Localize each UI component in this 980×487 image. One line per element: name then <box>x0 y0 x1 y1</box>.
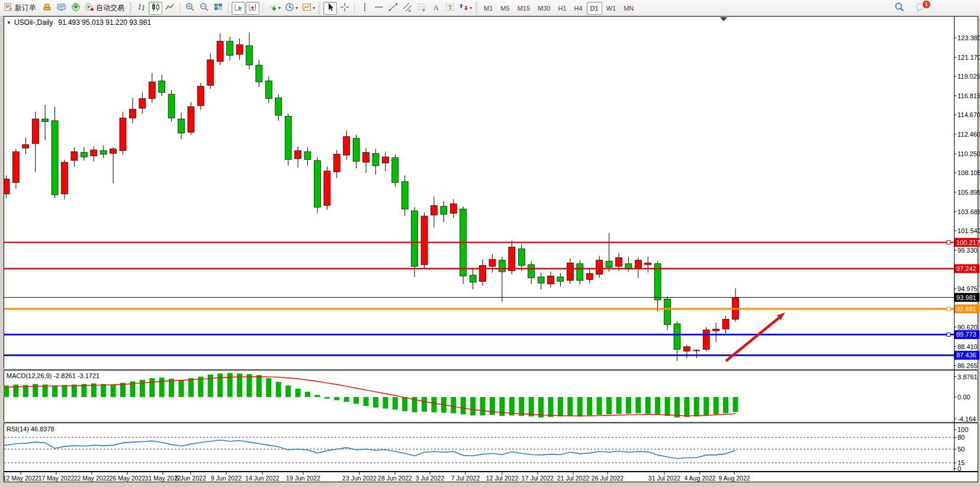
cursor-button[interactable] <box>323 2 337 15</box>
bar-chart-button[interactable] <box>134 2 148 15</box>
macd-tick-label: 0.00 <box>957 394 970 401</box>
timeframe-M30-button[interactable]: M30 <box>534 2 554 15</box>
svg-text:F: F <box>423 8 425 12</box>
candle <box>236 45 243 54</box>
trendline-button[interactable] <box>386 2 400 15</box>
date-tick-label: 19 Jun 2022 <box>286 475 320 482</box>
candle <box>81 153 87 157</box>
chart-title: ▼USOil-,Daily91.493 95.013 91.220 93.981 <box>7 18 151 27</box>
indicators-button[interactable]: ▾ <box>266 2 282 15</box>
macd-bar <box>509 397 515 415</box>
panel-separator[interactable] <box>4 369 978 371</box>
date-tick-label: 28 Jun 2022 <box>378 475 412 482</box>
timeframe-M5-button[interactable]: M5 <box>497 2 513 15</box>
price-tick-label: 108.105 <box>957 169 980 176</box>
candle <box>713 329 719 331</box>
timeframe-M15-button[interactable]: M15 <box>514 2 534 15</box>
arrows-button[interactable]: ▾ <box>457 2 474 15</box>
price-tick-label: 99.330 <box>957 247 978 254</box>
chevron-down-icon: ▾ <box>278 5 281 11</box>
date-tick-label: 9 Aug 2022 <box>718 475 750 482</box>
crosshair-button[interactable] <box>338 2 351 15</box>
vertical-line-button[interactable] <box>358 2 371 15</box>
macd-bar <box>354 397 359 404</box>
macd-bar <box>72 385 77 397</box>
date-tick-label: 7 Jul 2022 <box>451 475 480 482</box>
text-label-button[interactable]: T <box>443 2 457 15</box>
horizontal-line-button[interactable] <box>372 2 385 15</box>
candle <box>120 118 126 151</box>
macd-bar <box>402 397 407 411</box>
candle <box>256 65 262 82</box>
candle <box>401 182 408 209</box>
rsi-label: RSI(14) 46.8378 <box>7 425 54 433</box>
date-tick-label: 14 Jun 2022 <box>245 475 279 482</box>
macd-bar <box>305 392 310 397</box>
candle <box>353 138 359 162</box>
text-button[interactable]: A <box>429 2 442 15</box>
candlestick-chart-icon <box>151 2 160 14</box>
candle <box>207 60 214 85</box>
candle <box>480 266 486 282</box>
text-icon: A <box>431 2 441 14</box>
macd-bar <box>626 397 631 414</box>
chart-window: 123.380121.170119.025116.815114.670112.4… <box>0 16 980 487</box>
chart-area[interactable]: 123.380121.170119.025116.815114.670112.4… <box>0 16 980 487</box>
candle <box>246 46 253 65</box>
macd-bar <box>461 397 466 414</box>
new-order-button[interactable]: 新订单 <box>2 2 40 15</box>
templates-button[interactable]: ▾ <box>300 2 317 15</box>
equidistant-channel-button[interactable]: E <box>400 2 414 15</box>
svg-text:89.773: 89.773 <box>956 331 976 338</box>
macd-bar <box>373 397 378 408</box>
search-button[interactable] <box>892 2 906 15</box>
macd-bar <box>364 397 369 406</box>
autoscroll-button[interactable] <box>232 2 245 15</box>
zoom-in-button[interactable] <box>183 2 197 15</box>
candle <box>52 121 58 195</box>
signals-button[interactable] <box>69 2 82 15</box>
macd-bar <box>674 397 680 418</box>
chevron-down-icon: ▾ <box>295 5 298 11</box>
line-chart-button[interactable] <box>163 2 176 15</box>
chart-shift-button[interactable] <box>246 2 259 15</box>
symbol-period-label: USOil-,Daily <box>14 18 53 27</box>
macd-bar <box>733 397 738 412</box>
notifications-button[interactable]: 1 <box>913 2 927 15</box>
autotrade-button-label: 自动交易 <box>96 3 124 13</box>
date-tick-label: 12 May 2022 <box>3 475 39 482</box>
timeframe-H4-button[interactable]: H4 <box>571 2 586 15</box>
macd-bar <box>694 397 699 417</box>
periods-button[interactable]: ▾ <box>283 2 300 15</box>
macd-tick-label: 3.8761 <box>957 373 978 380</box>
zoom-out-button[interactable] <box>197 2 211 15</box>
market-watch-button[interactable] <box>40 2 54 15</box>
bar-chart-icon <box>137 2 146 14</box>
candle <box>392 158 399 183</box>
toolbar-separator <box>179 2 180 14</box>
terminal-window-button[interactable] <box>54 2 68 15</box>
candle <box>343 137 350 155</box>
arrows-icon <box>459 2 468 14</box>
timeframe-H1-button[interactable]: H1 <box>554 2 570 15</box>
timeframe-W1-button[interactable]: W1 <box>603 2 620 15</box>
date-tick-label: 4 Aug 2022 <box>684 475 715 482</box>
timeframe-D1-button[interactable]: D1 <box>587 2 602 15</box>
candlestick-chart-button[interactable] <box>149 2 162 15</box>
symbol-dropdown-icon[interactable]: ▼ <box>7 20 11 25</box>
candle <box>149 82 155 98</box>
candle <box>188 107 194 132</box>
fibonacci-button[interactable]: F <box>415 2 428 15</box>
timeframe-MN-button[interactable]: MN <box>620 2 637 15</box>
macd-bar <box>266 378 271 397</box>
market-watch-icon <box>43 2 52 14</box>
macd-bar <box>684 397 689 417</box>
new-order-label: 新订单 <box>15 3 36 13</box>
candle <box>722 320 729 329</box>
panel-separator[interactable] <box>4 421 978 424</box>
timeframe-M1-button[interactable]: M1 <box>480 2 496 15</box>
autotrade-button[interactable]: 自动交易 <box>83 2 128 15</box>
macd-bar <box>276 382 281 397</box>
macd-bar <box>587 397 592 415</box>
tile-windows-button[interactable] <box>211 2 225 15</box>
